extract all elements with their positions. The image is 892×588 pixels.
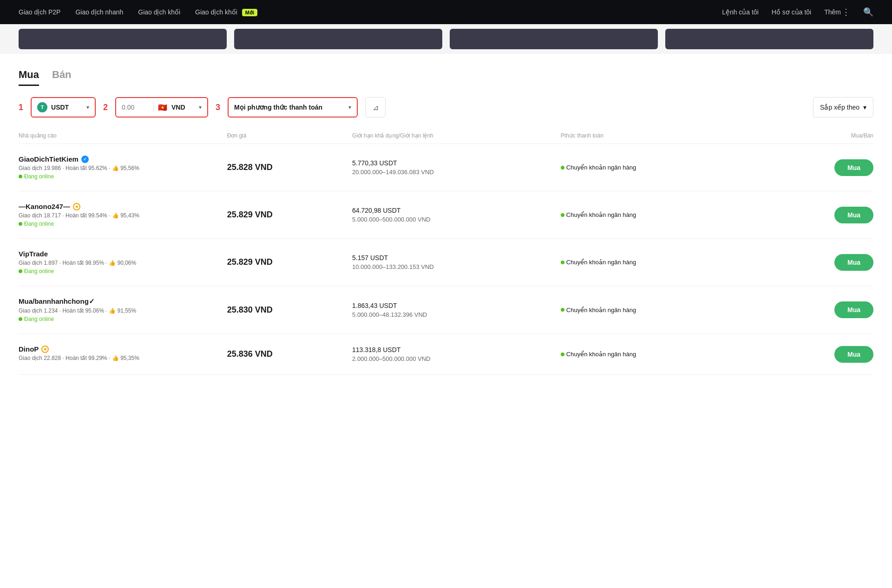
table-header: Nhà quảng cáo Đơn giá Giới hạn khả dụng/… <box>19 132 873 144</box>
limit-amount: 5.157 USDT <box>352 254 561 261</box>
action-col: Mua <box>769 159 873 176</box>
limit-range: 20.000.000–149.036.083 VND <box>352 169 561 176</box>
sort-label: Sắp xếp theo <box>820 104 859 111</box>
online-status: Đang online <box>19 173 227 180</box>
filter-icon: ⊿ <box>373 103 379 112</box>
trader-col: DinoP ★ Giao dịch 22.828 · Hoàn tất 99.2… <box>19 345 227 363</box>
nav-more[interactable]: Thêm ⋮ <box>824 7 850 17</box>
online-status: Đang online <box>19 221 227 227</box>
payment-col: Chuyển khoản ngân hàng <box>561 164 769 171</box>
trader-stats: Giao dịch 1.897 · Hoàn tất 98.95% · 👍 90… <box>19 260 227 266</box>
limit-col: 113.318,8 USDT 2.000.000–500.000.000 VND <box>352 346 561 362</box>
price-col: 25.828 VND <box>227 163 352 172</box>
banner-row <box>0 24 892 54</box>
amount-currency-selector[interactable]: 🇻🇳 VND ▾ <box>115 97 208 118</box>
coin-label: USDT <box>51 104 83 111</box>
navbar-left: Giao dịch P2P Giao dịch nhanh Giao dịch … <box>19 8 257 16</box>
table-row: Mua/bannhanhchong✓ Giao dịch 1.234 · Hoà… <box>19 286 873 334</box>
new-badge: Mới <box>242 9 257 16</box>
nav-orders[interactable]: Lệnh của tôi <box>722 8 759 16</box>
trader-stats: Giao dịch 18.717 · Hoàn tất 99.54% · 👍 9… <box>19 212 227 219</box>
banner-4 <box>665 29 873 49</box>
price-col: 25.829 VND <box>227 210 352 220</box>
banner-3 <box>450 29 658 49</box>
nav-new[interactable]: Giao dịch khối Mới <box>195 8 257 16</box>
online-dot <box>19 269 22 273</box>
limit-range: 5.000.000–48.132.396 VND <box>352 311 561 318</box>
trader-name: VipTrade <box>19 250 227 258</box>
trader-name: DinoP ★ <box>19 345 227 353</box>
online-dot <box>19 317 22 321</box>
trader-name: —Kanono247— ★ <box>19 203 227 210</box>
limit-amount: 113.318,8 USDT <box>352 346 561 353</box>
buy-button[interactable]: Mua <box>834 207 873 223</box>
action-col: Mua <box>769 254 873 271</box>
currency-chevron-icon: ▾ <box>199 104 202 111</box>
tab-bar: Mua Bán <box>19 69 873 86</box>
sort-chevron-icon: ▾ <box>863 104 866 111</box>
limit-col: 64.720,98 USDT 5.000.000–500.000.000 VND <box>352 207 561 223</box>
trader-col: VipTrade Giao dịch 1.897 · Hoàn tất 98.9… <box>19 250 227 274</box>
online-status: Đang online <box>19 268 227 274</box>
star-icon: ★ <box>41 346 49 353</box>
limit-amount: 1.863,43 USDT <box>352 302 561 309</box>
trader-stats: Giao dịch 19.986 · Hoàn tất 95.62% · 👍 9… <box>19 165 227 171</box>
limit-range: 2.000.000–500.000.000 VND <box>352 355 561 362</box>
price-col: 25.836 VND <box>227 349 352 359</box>
payment-dot-icon <box>561 261 564 264</box>
th-limits: Giới hạn khả dụng/Giới hạn lệnh <box>352 132 561 139</box>
nav-profile[interactable]: Hồ sơ của tôi <box>772 8 811 16</box>
table-row: DinoP ★ Giao dịch 22.828 · Hoàn tất 99.2… <box>19 334 873 375</box>
trader-stats: Giao dịch 22.828 · Hoàn tất 99.29% · 👍 9… <box>19 355 227 361</box>
nav-quick[interactable]: Giao dịch nhanh <box>75 8 123 16</box>
limit-amount: 64.720,98 USDT <box>352 207 561 214</box>
th-action: Mua/Bán <box>769 132 873 139</box>
limit-range: 5.000.000–500.000.000 VND <box>352 216 561 223</box>
coin-selector[interactable]: T USDT ▾ <box>31 97 96 118</box>
navbar-right: Lệnh của tôi Hồ sơ của tôi Thêm ⋮ 🔍 <box>722 7 873 17</box>
payment-label: Mọi phương thức thanh toán <box>234 104 345 111</box>
limit-col: 5.770,33 USDT 20.000.000–149.036.083 VND <box>352 159 561 176</box>
filter-label-1: 1 <box>19 103 23 112</box>
search-icon[interactable]: 🔍 <box>863 7 873 17</box>
filter-label-3: 3 <box>216 103 220 112</box>
nav-block[interactable]: Giao dịch khối <box>138 8 180 16</box>
buy-button[interactable]: Mua <box>834 159 873 176</box>
trader-stats: Giao dịch 1.234 · Hoàn tất 95.06% · 👍 91… <box>19 307 227 314</box>
trader-col: —Kanono247— ★ Giao dịch 18.717 · Hoàn tấ… <box>19 203 227 227</box>
table-row: VipTrade Giao dịch 1.897 · Hoàn tất 98.9… <box>19 239 873 286</box>
navbar: Giao dịch P2P Giao dịch nhanh Giao dịch … <box>0 0 892 24</box>
sort-selector[interactable]: Sắp xếp theo ▾ <box>813 97 873 118</box>
nav-p2p[interactable]: Giao dịch P2P <box>19 8 60 16</box>
vnd-flag-icon: 🇻🇳 <box>157 104 168 111</box>
filter-row: 1 T USDT ▾ 2 🇻🇳 VND ▾ 3 Mọi phương thức … <box>19 97 873 118</box>
table-body: GiaoDichTietKiem ✓ Giao dịch 19.986 · Ho… <box>19 144 873 375</box>
trader-name: Mua/bannhanhchong✓ <box>19 297 227 306</box>
amount-input[interactable] <box>122 104 150 111</box>
payment-col: Chuyển khoản ngân hàng <box>561 351 769 358</box>
table-row: GiaoDichTietKiem ✓ Giao dịch 19.986 · Ho… <box>19 144 873 191</box>
payment-col: Chuyển khoản ngân hàng <box>561 211 769 218</box>
payment-col: Chuyển khoản ngân hàng <box>561 307 769 314</box>
payment-dot-icon <box>561 308 564 312</box>
payment-selector[interactable]: Mọi phương thức thanh toán ▾ <box>228 97 358 118</box>
main-content: Mua Bán 1 T USDT ▾ 2 🇻🇳 VND ▾ 3 Mọi phươ… <box>0 54 892 393</box>
limit-col: 1.863,43 USDT 5.000.000–48.132.396 VND <box>352 302 561 318</box>
filter-icon-button[interactable]: ⊿ <box>365 97 386 118</box>
buy-button[interactable]: Mua <box>834 254 873 271</box>
trader-col: Mua/bannhanhchong✓ Giao dịch 1.234 · Hoà… <box>19 297 227 322</box>
th-price: Đơn giá <box>227 132 352 139</box>
payment-dot-icon <box>561 353 564 356</box>
price-col: 25.830 VND <box>227 305 352 315</box>
coin-chevron-icon: ▾ <box>86 104 89 111</box>
tab-sell[interactable]: Bán <box>52 69 72 86</box>
limit-range: 10.000.000–133.200.153 VND <box>352 263 561 270</box>
tab-buy[interactable]: Mua <box>19 69 39 86</box>
star-icon: ★ <box>73 203 80 210</box>
limit-col: 5.157 USDT 10.000.000–133.200.153 VND <box>352 254 561 270</box>
buy-button[interactable]: Mua <box>834 301 873 318</box>
filter-label-2: 2 <box>103 103 108 112</box>
buy-button[interactable]: Mua <box>834 346 873 363</box>
online-dot <box>19 222 22 226</box>
payment-dot-icon <box>561 213 564 217</box>
